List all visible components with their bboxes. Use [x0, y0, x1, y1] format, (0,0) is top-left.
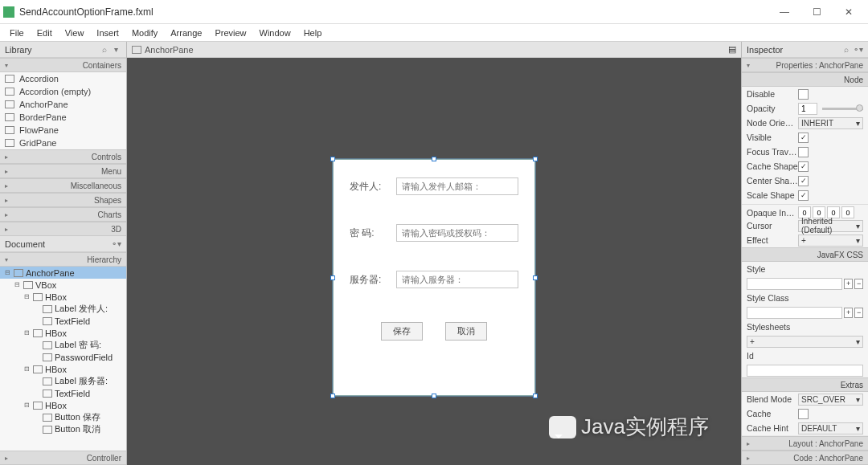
section-node[interactable]: Node	[742, 72, 868, 87]
cachehint-combo[interactable]: DEFAULT▾	[798, 422, 863, 434]
tree-row[interactable]: TextField	[0, 315, 126, 327]
tree-row[interactable]: Label 发件人:	[0, 303, 126, 315]
cancel-button[interactable]: 取消	[445, 322, 487, 341]
inspector-menu-icon[interactable]: ⚬▾	[852, 45, 863, 54]
tree-row[interactable]: PasswordField	[0, 351, 126, 363]
section-controls[interactable]: ▸Controls	[0, 149, 126, 164]
library-menu-icon[interactable]: ▾	[110, 45, 121, 54]
tree-row[interactable]: ⊟VBox	[0, 279, 126, 291]
library-item[interactable]: FlowPane	[0, 124, 126, 137]
section-containers[interactable]: ▾ Containers	[0, 58, 126, 72]
library-item[interactable]: GridPane	[0, 137, 126, 149]
visible-check[interactable]: ✓	[798, 133, 809, 143]
library-header: Library ⌕ ▾	[0, 42, 126, 58]
watermark: Java实例程序	[549, 413, 709, 441]
resize-handle[interactable]	[533, 394, 538, 398]
tab-layout[interactable]: ▸Layout : AnchorPane	[742, 436, 868, 451]
server-input[interactable]	[396, 271, 518, 288]
sc-add[interactable]: +	[844, 308, 853, 318]
menu-edit[interactable]: Edit	[31, 27, 59, 39]
section-shapes[interactable]: ▸Shapes	[0, 193, 126, 207]
section-css[interactable]: JavaFX CSS	[742, 247, 868, 262]
center-shape-check[interactable]: ✓	[798, 176, 809, 186]
resize-handle[interactable]	[330, 394, 335, 398]
section-hierarchy[interactable]: ▾Hierarchy	[0, 252, 126, 267]
focus-check[interactable]	[798, 147, 809, 157]
resize-handle[interactable]	[330, 157, 335, 161]
tree-row[interactable]: Button 取消	[0, 423, 126, 435]
resize-handle[interactable]	[533, 157, 538, 161]
section-misc[interactable]: ▸Miscellaneous	[0, 178, 126, 193]
library-item[interactable]: BorderPane	[0, 111, 126, 124]
style-del[interactable]: −	[854, 279, 863, 289]
library-item[interactable]: Accordion (empty)	[0, 85, 126, 98]
document-menu-icon[interactable]: ⚬▾	[110, 239, 121, 248]
section-extras[interactable]: Extras	[742, 377, 868, 392]
effect-combo[interactable]: +▾	[798, 235, 863, 247]
inspector-panel: Inspector ⌕ ⚬▾ ▾Properties : AnchorPane …	[741, 42, 868, 465]
anchorpane-icon	[132, 46, 141, 54]
opacity-slider[interactable]	[822, 108, 863, 110]
close-button[interactable]: ✕	[833, 1, 865, 23]
style-add[interactable]: +	[844, 279, 853, 289]
tree-row[interactable]: ⊟HBox	[0, 363, 126, 375]
tree-row[interactable]: Button 保存	[0, 411, 126, 423]
minimize-button[interactable]: ―	[768, 1, 800, 23]
view-options-icon[interactable]: ▤	[728, 44, 736, 55]
resize-handle[interactable]	[432, 157, 436, 161]
chevron-down-icon: ▾	[5, 62, 14, 69]
menu-modify[interactable]: Modify	[125, 27, 164, 39]
scale-shape-check[interactable]: ✓	[798, 190, 809, 201]
menu-preview[interactable]: Preview	[208, 27, 252, 39]
style-field[interactable]	[747, 278, 842, 290]
tree-row[interactable]: ⊟HBox	[0, 291, 126, 303]
breadcrumb[interactable]: AnchorPane	[145, 45, 728, 55]
tab-code[interactable]: ▸Code : AnchorPane	[742, 451, 868, 465]
menu-help[interactable]: Help	[297, 27, 329, 39]
password-label: 密 码:	[350, 226, 382, 240]
resize-handle[interactable]	[432, 394, 436, 398]
styleclass-field[interactable]	[747, 307, 842, 319]
center-area: AnchorPane ▤ 发件人: 密 码:	[127, 42, 741, 465]
design-canvas[interactable]: 发件人: 密 码: 服务器: 保存 取消	[127, 58, 741, 465]
inspector-header: Inspector ⌕ ⚬▾	[742, 42, 868, 58]
save-button[interactable]: 保存	[381, 322, 423, 341]
menu-window[interactable]: Window	[253, 27, 297, 39]
tree-row[interactable]: Label 服务器:	[0, 375, 126, 387]
node-orient-combo[interactable]: INHERIT▾	[798, 117, 863, 129]
tab-properties[interactable]: ▾Properties : AnchorPane	[742, 58, 868, 72]
library-item[interactable]: Accordion	[0, 72, 126, 85]
section-charts[interactable]: ▸Charts	[0, 207, 126, 222]
blend-combo[interactable]: SRC_OVER▾	[798, 394, 863, 406]
sender-input[interactable]	[396, 177, 518, 195]
tree-row[interactable]: ⊟AnchorPane	[0, 267, 126, 279]
tree-row[interactable]: ⊟HBox	[0, 327, 126, 339]
menu-arrange[interactable]: Arrange	[164, 27, 208, 39]
tree-row[interactable]: Label 密 码:	[0, 339, 126, 351]
section-menu[interactable]: ▸Menu	[0, 164, 126, 178]
tree-row[interactable]: TextField	[0, 387, 126, 399]
maximize-button[interactable]: ☐	[800, 1, 833, 23]
tree-row[interactable]: ⊟HBox	[0, 399, 126, 411]
menu-file[interactable]: File	[3, 27, 31, 39]
password-input[interactable]	[396, 224, 518, 242]
menu-insert[interactable]: Insert	[90, 27, 125, 39]
stylesheets-combo[interactable]: +▾	[747, 336, 863, 348]
cache-shape-check[interactable]: ✓	[798, 161, 809, 172]
id-field[interactable]	[747, 365, 863, 377]
menu-view[interactable]: View	[59, 27, 91, 39]
sc-del[interactable]: −	[854, 308, 863, 318]
library-item[interactable]: AnchorPane	[0, 98, 126, 111]
opacity-field[interactable]	[798, 103, 817, 115]
section-controller[interactable]: ▸Controller	[0, 451, 126, 465]
search-icon[interactable]: ⌕	[99, 45, 110, 54]
window-title: SendAccountOptionFrame.fxml	[19, 6, 768, 18]
disable-check[interactable]	[798, 89, 809, 100]
search-icon[interactable]: ⌕	[841, 45, 852, 54]
resize-handle[interactable]	[533, 275, 538, 280]
cache-check[interactable]	[798, 409, 809, 419]
anchorpane-node[interactable]: 发件人: 密 码: 服务器: 保存 取消	[333, 159, 535, 396]
resize-handle[interactable]	[330, 275, 335, 280]
cursor-combo[interactable]: Inherited (Default)▾	[798, 220, 863, 232]
section-3d[interactable]: ▸3D	[0, 222, 126, 236]
